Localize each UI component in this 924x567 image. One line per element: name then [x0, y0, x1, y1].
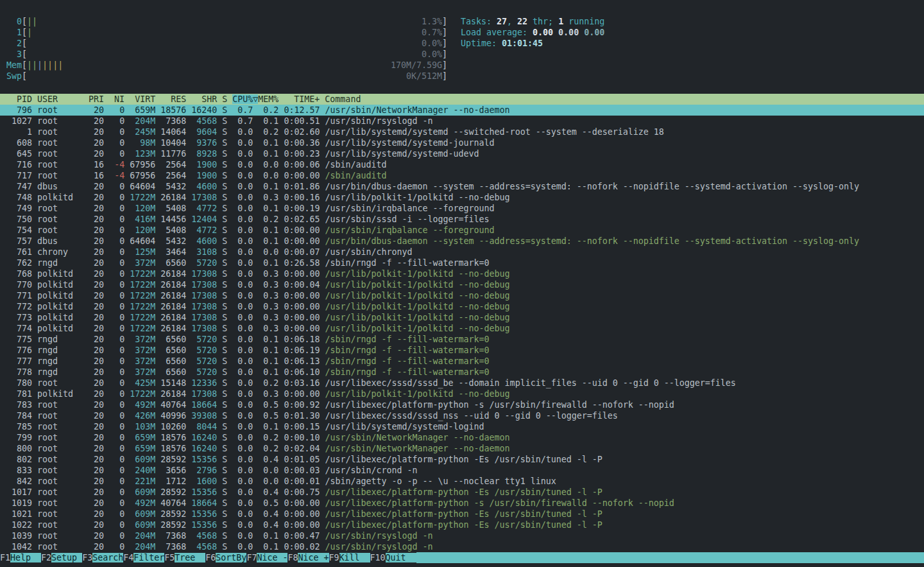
cell-res: 14456 [155, 214, 186, 224]
process-row[interactable]: 799 root 20 0 659M 18576 16240 S 0.0 0.2… [0, 432, 924, 443]
fkey-f5[interactable]: F5Tree [164, 552, 205, 563]
cell-state: S [217, 422, 227, 432]
header-area: 0[||1.3%] 1[|0.7%] 2[0.0%] 3[0.0%]Mem[||… [0, 0, 924, 82]
cell-user: root [32, 455, 83, 464]
process-row[interactable]: 761 chrony 20 0 125M 3464 3108 S 0.0 0.0… [0, 247, 924, 257]
uptime-line: Uptime: 01:01:45 [461, 38, 604, 49]
cell-nice: 0 [104, 345, 124, 355]
process-row[interactable]: 1 root 20 0 245M 14064 9604 S 0.0 0.2 0:… [0, 126, 924, 137]
cell-state: S [217, 411, 227, 421]
fkey-f8[interactable]: F8Nice + [287, 552, 329, 563]
process-row[interactable]: 842 root 20 0 221M 1712 1600 S 0.0 0.0 0… [0, 476, 924, 487]
process-row[interactable]: 781 polkitd 20 0 1722M 26184 17308 S 0.0… [0, 388, 924, 399]
cell-pid: 1019 [6, 498, 32, 508]
process-row[interactable]: 777 rngd 20 0 372M 6560 5720 S 0.0 0.1 0… [0, 356, 924, 367]
cell-pid: 762 [6, 258, 32, 268]
cell-pri: 20 [83, 335, 104, 344]
cell-cpu: 0.0 [227, 487, 253, 497]
process-row[interactable]: 772 polkitd 20 0 1722M 26184 17308 S 0.0… [0, 301, 924, 312]
cpu-0-meter-value: 1.3% [422, 16, 442, 27]
cell-pri: 20 [83, 138, 104, 148]
fkey-f7[interactable]: F7Nice - [246, 552, 287, 563]
process-row[interactable]: 757 dbus 20 0 64604 5432 4600 S 0.0 0.1 … [0, 236, 924, 247]
cell-pid: 750 [6, 214, 32, 224]
process-row[interactable]: 774 polkitd 20 0 1722M 26184 17308 S 0.0… [0, 323, 924, 334]
cell-mem: 0.3 [253, 193, 278, 202]
cell-virt: 372M [124, 345, 155, 355]
cell-shr: 8928 [186, 149, 217, 159]
cell-pri: 20 [83, 193, 104, 202]
process-row[interactable]: 802 root 20 0 609M 28592 15356 S 0.0 0.4… [0, 454, 924, 465]
cell-shr: 4772 [186, 225, 217, 235]
cell-pid: 773 [6, 313, 32, 322]
process-row[interactable]: 716 root 16 -4 67956 2564 1900 S 0.0 0.0… [0, 159, 924, 170]
process-row[interactable]: 778 rngd 20 0 372M 6560 5720 S 0.0 0.1 0… [0, 367, 924, 378]
process-row[interactable]: 768 polkitd 20 0 1722M 26184 17308 S 0.0… [0, 268, 924, 279]
yellow-bar: | [58, 60, 63, 70]
process-row[interactable]: 1027 root 20 0 204M 7368 4568 S 0.7 0.1 … [0, 116, 924, 126]
process-row[interactable]: 608 root 20 0 98M 10404 9376 S 0.0 0.1 0… [0, 137, 924, 148]
process-row[interactable]: 784 root 20 0 426M 40996 39308 S 0.0 0.5… [0, 410, 924, 421]
cell-pid: 1 [6, 127, 32, 137]
cell-virt: 64604 [124, 236, 155, 246]
cell-cpu: 0.0 [227, 411, 253, 421]
cell-time: 0:01.86 [278, 182, 320, 191]
cell-command: /usr/lib/systemd/systemd-udevd [320, 149, 479, 159]
process-row[interactable]: 762 rngd 20 0 372M 6560 5720 S 0.0 0.1 0… [0, 257, 924, 268]
cell-shr: 9604 [186, 127, 217, 137]
process-row[interactable]: 780 root 20 0 425M 15148 12336 S 0.0 0.2… [0, 378, 924, 388]
cell-mem: 0.0 [253, 466, 278, 475]
column-header-cpu-sort[interactable]: CPU%▽ [232, 94, 258, 104]
process-row[interactable]: 776 rngd 20 0 372M 6560 5720 S 0.0 0.1 0… [0, 345, 924, 356]
process-row[interactable]: 1019 root 20 0 492M 40764 18664 S 0.0 0.… [0, 498, 924, 509]
process-row[interactable]: 770 polkitd 20 0 1722M 26184 17308 S 0.0… [0, 279, 924, 290]
process-row[interactable]: 796 root 20 0 659M 18576 16240 S 0.7 0.2… [0, 105, 924, 116]
fkey-f3[interactable]: F3Search [82, 552, 123, 563]
fkey-f2[interactable]: F2Setup [41, 552, 82, 563]
cell-mem: 0.1 [253, 422, 278, 432]
process-row[interactable]: 773 polkitd 20 0 1722M 26184 17308 S 0.0… [0, 312, 924, 323]
process-row[interactable]: 717 root 16 -4 67956 2564 1900 S 0.0 0.0… [0, 170, 924, 181]
cell-shr: 4772 [186, 204, 217, 213]
process-row[interactable]: 748 polkitd 20 0 1722M 26184 17308 S 0.0… [0, 192, 924, 203]
cell-state: S [217, 531, 227, 541]
process-row[interactable]: 645 root 20 0 123M 11776 8928 S 0.0 0.1 … [0, 148, 924, 159]
process-table-header[interactable]: PID USER PRI NI VIRT RES SHR S CPU%▽MEM%… [0, 94, 924, 105]
process-row[interactable]: 775 rngd 20 0 372M 6560 5720 S 0.0 0.1 0… [0, 334, 924, 345]
process-row[interactable]: 1022 root 20 0 609M 28592 15356 S 0.0 0.… [0, 519, 924, 530]
fkey-f1[interactable]: F1Help [0, 552, 41, 563]
cell-virt: 204M [124, 531, 155, 541]
process-row[interactable]: 1017 root 20 0 609M 28592 15356 S 0.0 0.… [0, 487, 924, 498]
cell-mem: 0.3 [253, 269, 278, 279]
fkey-f9[interactable]: F9Kill [329, 552, 370, 563]
cell-cpu: 0.0 [227, 433, 253, 442]
cell-pri: 20 [83, 433, 104, 442]
cell-shr: 18664 [186, 498, 217, 508]
process-row[interactable]: 783 root 20 0 492M 40764 18664 S 0.0 0.5… [0, 399, 924, 410]
fkey-f4[interactable]: F4Filter [123, 552, 164, 563]
cell-time: 0:00.92 [278, 400, 320, 410]
swp-meter-label: Swp [6, 71, 22, 82]
process-row[interactable]: 1042 root 20 0 204M 7368 4568 S 0.0 0.1 … [0, 541, 924, 552]
process-row[interactable]: 785 root 20 0 103M 10260 8044 S 0.0 0.1 … [0, 421, 924, 432]
process-row[interactable]: 800 root 20 0 659M 18576 16240 S 0.0 0.2… [0, 443, 924, 454]
process-row[interactable]: 1039 root 20 0 204M 7368 4568 S 0.0 0.1 … [0, 530, 924, 541]
process-row[interactable]: 750 root 20 0 416M 14456 12404 S 0.0 0.2… [0, 214, 924, 225]
cell-pri: 20 [83, 389, 104, 399]
cell-state: S [217, 324, 227, 333]
process-row[interactable]: 747 dbus 20 0 64604 5432 4600 S 0.0 0.1 … [0, 181, 924, 192]
process-row[interactable]: 833 root 20 0 240M 3656 2796 S 0.0 0.0 0… [0, 465, 924, 476]
fkey-f10[interactable]: F10Quit [370, 552, 416, 563]
process-row[interactable]: 754 root 20 0 120M 5408 4772 S 0.0 0.1 0… [0, 225, 924, 236]
process-row[interactable]: 1021 root 20 0 609M 28592 15356 S 0.0 0.… [0, 509, 924, 519]
cell-cpu: 0.0 [227, 258, 253, 268]
cell-nice: 0 [104, 542, 124, 552]
process-row[interactable]: 749 root 20 0 120M 5408 4772 S 0.0 0.1 0… [0, 203, 924, 214]
cell-shr: 4600 [186, 182, 217, 191]
cell-command: /usr/sbin/irqbalance --foreground [320, 204, 494, 213]
fkey-f6[interactable]: F6SortBy [205, 552, 246, 563]
cell-virt: 120M [124, 204, 155, 213]
cell-nice: 0 [104, 138, 124, 148]
cell-command: /sbin/rngd -f --fill-watermark=0 [320, 335, 489, 344]
process-row[interactable]: 771 polkitd 20 0 1722M 26184 17308 S 0.0… [0, 290, 924, 301]
